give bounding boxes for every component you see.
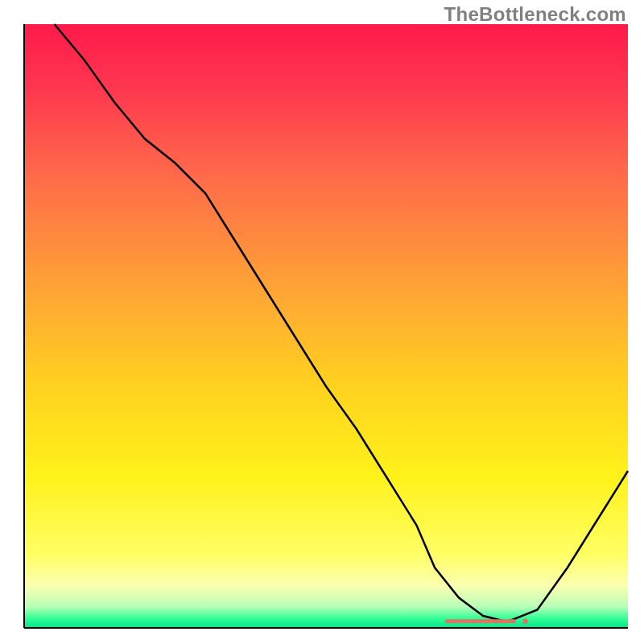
svg-point-6: [522, 619, 527, 624]
chart-container: TheBottleneck.com: [0, 0, 644, 644]
watermark-text: TheBottleneck.com: [444, 3, 626, 26]
bottleneck-chart: [0, 0, 644, 644]
plot-background: [24, 24, 628, 628]
